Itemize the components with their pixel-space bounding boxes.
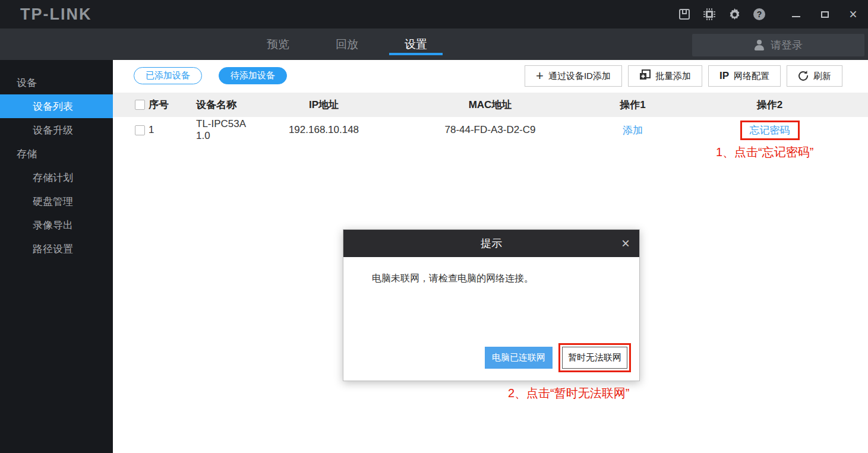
forgot-password-link[interactable]: 忘记密码 (750, 125, 790, 136)
tab-settings-label: 设置 (405, 37, 427, 52)
refresh-label: 刷新 (813, 71, 831, 82)
temporarily-no-internet-button[interactable]: 暂时无法联网 (562, 347, 627, 369)
row-op1-cell: 添加 (594, 123, 671, 137)
batch-add-button[interactable]: 批量添加 (628, 65, 702, 87)
device-record-icon[interactable] (678, 8, 691, 21)
added-devices-pill[interactable]: 已添加设备 (134, 67, 202, 84)
sidebar-item-video-export[interactable]: 录像导出 (0, 213, 113, 237)
chip-icon[interactable] (703, 8, 716, 21)
header-op1: 操作1 (594, 98, 671, 112)
computer-connected-button[interactable]: 电脑已连联网 (485, 347, 553, 369)
row-checkbox[interactable] (135, 125, 145, 135)
plus-icon: + (536, 70, 544, 82)
titlebar: TP-LINK ? × (0, 0, 868, 28)
add-by-device-id-label: 通过设备ID添加 (548, 71, 611, 82)
help-icon[interactable]: ? (753, 8, 766, 21)
tplink-logo: TP-LINK (20, 5, 91, 24)
table-row: 1 TL-IPC53A 1.0 192.168.10.148 78-44-FD-… (113, 117, 868, 143)
sidebar: 设备 设备列表 设备升级 存储 存储计划 硬盘管理 录像导出 路径设置 (0, 60, 113, 453)
sidebar-item-storage-plan[interactable]: 存储计划 (0, 166, 113, 189)
dialog-titlebar: 提示 × (343, 230, 639, 257)
header-checkbox-cell (113, 100, 149, 110)
batch-add-icon (639, 69, 651, 83)
header-ip: IP地址 (261, 98, 386, 112)
refresh-button[interactable]: 刷新 (787, 65, 842, 87)
action-buttons: + 通过设备ID添加 批量添加 IP 网络配置 刷新 (525, 65, 842, 87)
row-ip: 192.168.10.148 (261, 124, 386, 136)
window-controls: × (791, 9, 858, 20)
sidebar-item-device-upgrade[interactable]: 设备升级 (0, 118, 113, 142)
gear-icon[interactable] (728, 8, 741, 21)
batch-add-label: 批量添加 (655, 71, 691, 82)
pending-devices-pill[interactable]: 待添加设备 (219, 67, 287, 84)
maximize-button[interactable] (819, 9, 830, 20)
annotation-step2: 2、点击“暂时无法联网” (508, 385, 629, 401)
row-num: 1 (149, 124, 196, 136)
network-config-button[interactable]: IP 网络配置 (708, 65, 781, 87)
annotation-step1: 1、点击“忘记密码” (716, 144, 813, 160)
dialog-close-icon[interactable]: × (621, 230, 630, 257)
dialog-title: 提示 (481, 236, 502, 251)
tab-preview[interactable]: 预览 (244, 28, 313, 60)
sidebar-section-device: 设备 (0, 71, 113, 94)
row-checkbox-cell (113, 125, 149, 135)
login-button[interactable]: 请登录 (692, 34, 864, 56)
help-glyph: ? (753, 8, 765, 20)
sidebar-item-path-settings[interactable]: 路径设置 (0, 237, 113, 261)
toolbar: 已添加设备 待添加设备 + 通过设备ID添加 批量添加 IP 网络配置 刷新 (113, 60, 868, 93)
sidebar-item-device-list[interactable]: 设备列表 (0, 94, 113, 118)
sidebar-section-storage: 存储 (0, 142, 113, 166)
ip-icon: IP (719, 70, 729, 82)
select-all-checkbox[interactable] (135, 100, 145, 110)
login-label: 请登录 (771, 38, 803, 52)
titlebar-controls: ? × (678, 0, 858, 28)
active-tab-underline (389, 53, 443, 55)
refresh-icon (798, 70, 809, 83)
dialog-message: 电脑未联网，请检查电脑的网络连接。 (372, 273, 534, 285)
minimize-button[interactable] (791, 9, 801, 20)
nav-tabs: 预览 回放 设置 (244, 28, 450, 60)
header-name: 设备名称 (196, 98, 261, 112)
table-header: 序号 设备名称 IP地址 MAC地址 操作1 操作2 (113, 93, 868, 117)
row-device-name: TL-IPC53A 1.0 (196, 118, 261, 142)
tab-preview-label: 预览 (267, 37, 289, 52)
network-config-label: 网络配置 (734, 71, 769, 82)
user-icon (754, 40, 765, 50)
add-by-device-id-button[interactable]: + 通过设备ID添加 (525, 65, 622, 87)
app-window: TP-LINK ? × 预览 回放 设置 (0, 0, 868, 453)
annotation-box-forgot-password: 忘记密码 (740, 121, 800, 140)
add-link[interactable]: 添加 (623, 125, 643, 136)
dialog-footer: 电脑已连联网 暂时无法联网 (485, 343, 631, 372)
annotation-box-no-internet: 暂时无法联网 (558, 343, 631, 372)
tab-playback-label: 回放 (336, 37, 358, 52)
header-op2: 操作2 (671, 98, 868, 112)
header-mac: MAC地址 (386, 98, 594, 112)
row-op2-cell: 忘记密码 (671, 121, 868, 140)
navbar: 预览 回放 设置 请登录 (0, 28, 868, 60)
close-button[interactable]: × (848, 9, 858, 20)
row-mac: 78-44-FD-A3-D2-C9 (386, 124, 594, 136)
tip-dialog: 提示 × 电脑未联网，请检查电脑的网络连接。 电脑已连联网 暂时无法联网 (343, 229, 640, 381)
header-num: 序号 (149, 98, 196, 112)
sidebar-item-disk-management[interactable]: 硬盘管理 (0, 189, 113, 213)
tab-playback[interactable]: 回放 (313, 28, 381, 60)
tab-settings[interactable]: 设置 (381, 28, 450, 60)
